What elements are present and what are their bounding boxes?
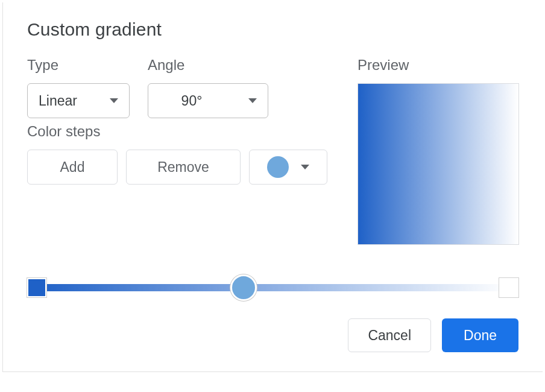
angle-group: Angle 90° <box>148 57 268 118</box>
right-column: Preview <box>358 57 519 245</box>
preview-label: Preview <box>358 57 519 74</box>
done-button[interactable]: Done <box>442 318 518 352</box>
color-steps-label: Color steps <box>27 123 327 140</box>
dialog-title: Custom gradient <box>27 19 518 40</box>
gradient-slider[interactable] <box>27 274 518 302</box>
gradient-preview <box>358 83 519 245</box>
gradient-slider-thumb[interactable] <box>230 274 257 301</box>
caret-down-icon <box>110 98 118 103</box>
color-swatch-icon <box>267 156 289 178</box>
type-select[interactable]: Linear <box>27 83 130 118</box>
step-color-select[interactable] <box>249 150 327 185</box>
caret-down-icon <box>301 165 309 169</box>
type-group: Type Linear <box>27 57 130 118</box>
type-angle-row: Type Linear Angle 90° <box>27 57 327 118</box>
angle-value: 90° <box>159 93 224 109</box>
color-steps-row: Add Remove <box>27 150 327 185</box>
add-step-button[interactable]: Add <box>27 150 118 185</box>
gradient-stop-start[interactable] <box>27 278 46 297</box>
gradient-stop-end[interactable] <box>499 278 518 297</box>
angle-label: Angle <box>148 57 268 74</box>
dialog-footer: Cancel Done <box>27 318 518 352</box>
type-label: Type <box>27 57 130 74</box>
left-column: Type Linear Angle 90° Color steps Add <box>27 57 327 245</box>
angle-select[interactable]: 90° <box>148 83 268 118</box>
remove-step-button[interactable]: Remove <box>126 150 241 185</box>
custom-gradient-dialog: Custom gradient Type Linear Angle 90° <box>2 2 543 372</box>
caret-down-icon <box>248 98 257 103</box>
main-row: Type Linear Angle 90° Color steps Add <box>27 57 518 245</box>
cancel-button[interactable]: Cancel <box>348 318 431 352</box>
type-value: Linear <box>39 93 77 109</box>
slider-track <box>36 284 510 291</box>
